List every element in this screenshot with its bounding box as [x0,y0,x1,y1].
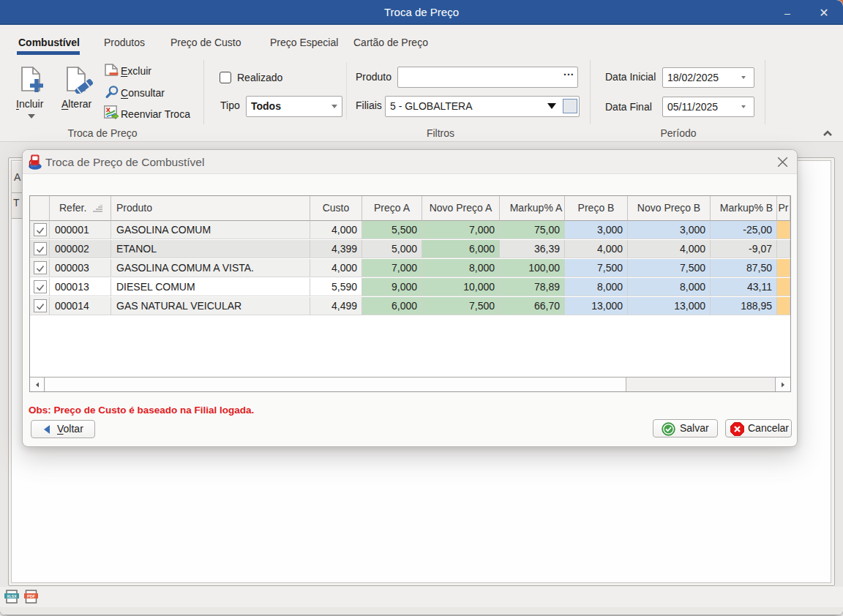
svg-text:PDF: PDF [27,594,36,598]
svg-text:XLSX: XLSX [7,594,17,598]
